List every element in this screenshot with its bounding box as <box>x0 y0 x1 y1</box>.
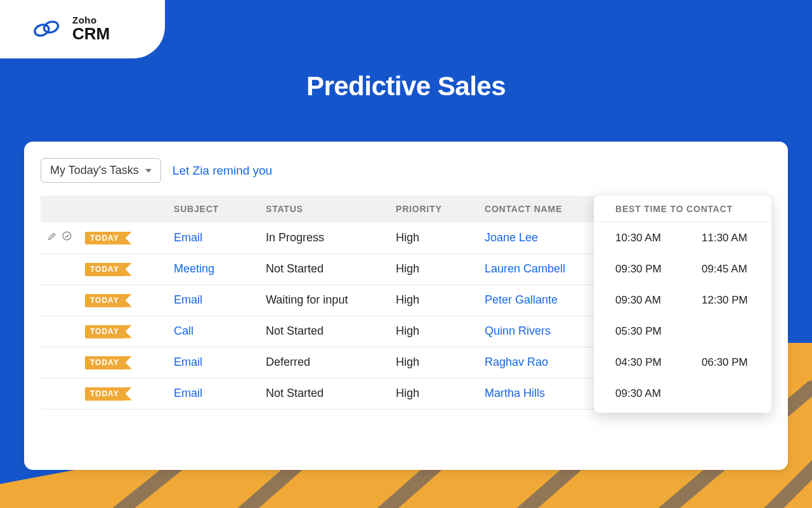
contact-link[interactable]: Quinn Rivers <box>485 324 551 337</box>
status-cell: Not Started <box>259 316 390 347</box>
best-time-row: 10:30 AM11:30 AM <box>594 222 771 253</box>
zia-reminder-link[interactable]: Let Zia remind you <box>173 164 272 178</box>
contact-link[interactable]: Martha Hills <box>485 387 545 399</box>
col-header-priority[interactable]: PRIORITY <box>390 196 478 222</box>
subject-link[interactable]: Call <box>174 324 193 337</box>
today-badge: TODAY <box>85 325 126 338</box>
today-badge: TODAY <box>85 356 126 369</box>
toolbar: My Today's Tasks Let Zia remind you <box>41 158 771 183</box>
best-time-row: 09:30 PM09:45 AM <box>594 253 771 284</box>
status-cell: Not Started <box>259 378 390 409</box>
best-time-row: 04:30 PM06:30 PM <box>594 347 771 378</box>
today-badge: TODAY <box>85 294 126 307</box>
priority-cell: High <box>390 253 478 284</box>
priority-cell: High <box>390 222 478 253</box>
subject-link[interactable]: Email <box>174 293 202 306</box>
svg-point-7 <box>43 20 60 34</box>
contact-link[interactable]: Peter Gallante <box>485 293 558 306</box>
status-cell: Not Started <box>259 253 390 284</box>
view-dropdown[interactable]: My Today's Tasks <box>41 158 161 183</box>
page-title: Predictive Sales <box>0 71 812 102</box>
subject-link[interactable]: Email <box>174 231 202 244</box>
best-time-2: 12:30 PM <box>702 294 756 307</box>
svg-point-8 <box>63 232 71 240</box>
priority-cell: High <box>390 284 478 316</box>
col-header-best-time[interactable]: BEST TIME TO CONTACT <box>594 196 771 222</box>
best-time-row: 09:30 AM <box>594 378 771 409</box>
subject-link[interactable]: Meeting <box>174 262 214 275</box>
status-cell: In Progress <box>259 222 390 253</box>
subject-link[interactable]: Email <box>174 356 202 368</box>
best-time-1: 10:30 AM <box>615 232 670 244</box>
priority-cell: High <box>390 347 478 378</box>
best-time-2: 06:30 PM <box>702 356 756 369</box>
caret-down-icon <box>145 169 152 173</box>
zoho-crm-logo-icon <box>30 18 63 41</box>
contact-link[interactable]: Joane Lee <box>485 231 538 244</box>
today-badge: TODAY <box>85 387 126 400</box>
best-time-1: 04:30 PM <box>615 356 670 369</box>
check-circle-icon[interactable] <box>62 231 72 244</box>
subject-link[interactable]: Email <box>174 387 202 399</box>
priority-cell: High <box>390 378 478 409</box>
best-time-2: 09:45 AM <box>702 263 756 276</box>
edit-icon[interactable] <box>47 231 58 244</box>
best-time-1: 05:30 PM <box>615 325 670 338</box>
col-header-subject[interactable]: SUBJECT <box>167 196 259 222</box>
status-cell: Deferred <box>259 347 390 378</box>
brand-product: CRM <box>72 25 110 43</box>
best-time-1: 09:30 AM <box>615 387 670 400</box>
today-badge: TODAY <box>85 263 126 276</box>
best-time-1: 09:30 PM <box>615 263 670 276</box>
brand-text: Zoho CRM <box>72 15 110 43</box>
col-header-status[interactable]: STATUS <box>259 196 390 222</box>
svg-point-6 <box>33 23 50 37</box>
tasks-table-wrap: SUBJECT STATUS PRIORITY CONTACT NAME TOD… <box>41 196 771 410</box>
best-time-2: 11:30 AM <box>702 232 756 244</box>
view-dropdown-label: My Today's Tasks <box>50 164 139 177</box>
best-time-card: BEST TIME TO CONTACT 10:30 AM11:30 AM09:… <box>594 196 771 413</box>
contact-link[interactable]: Raghav Rao <box>485 356 548 368</box>
status-cell: Waiting for input <box>259 284 390 316</box>
col-header-contact[interactable]: CONTACT NAME <box>478 196 602 222</box>
best-time-row: 05:30 PM <box>594 316 771 347</box>
priority-cell: High <box>390 316 478 347</box>
tasks-panel: My Today's Tasks Let Zia remind you SUBJ… <box>24 142 788 470</box>
best-time-row: 09:30 AM12:30 PM <box>594 284 771 316</box>
today-badge: TODAY <box>85 232 126 244</box>
contact-link[interactable]: Lauren Cambell <box>485 262 565 275</box>
best-time-1: 09:30 AM <box>615 294 670 307</box>
brand-logo-card: Zoho CRM <box>0 0 165 58</box>
